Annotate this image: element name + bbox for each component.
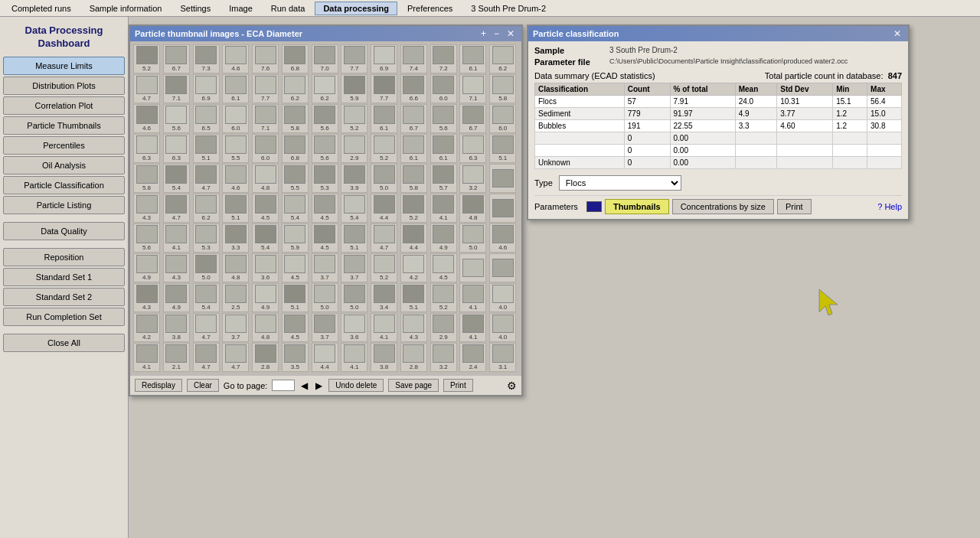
thumb-cell[interactable]: 4.8 (252, 313, 279, 342)
thumb-cell[interactable]: 2.4 (459, 343, 486, 372)
thumb-cell[interactable]: 5.1 (489, 134, 516, 163)
thumb-cell[interactable]: 4.7 (193, 164, 220, 193)
thumb-cell[interactable]: 4.1 (371, 313, 397, 342)
thumb-cell[interactable]: 6.0 (430, 74, 457, 103)
thumb-cell[interactable]: 3.5 (282, 343, 309, 372)
thumb-cell[interactable]: 5.2 (371, 134, 397, 163)
help-button[interactable]: ? Help (877, 202, 902, 211)
print-classification-button[interactable]: Print (777, 199, 812, 214)
sidebar-item-distribution-plots[interactable]: Distribution Plots (3, 77, 125, 95)
thumb-cell[interactable]: 5.4 (252, 223, 279, 253)
thumb-cell[interactable]: 4.4 (400, 223, 427, 253)
thumb-cell[interactable]: 6.1 (222, 74, 249, 103)
thumb-cell[interactable]: 5.7 (430, 164, 457, 193)
thumb-cell[interactable]: 6.9 (193, 74, 220, 103)
thumb-cell[interactable]: 3.4 (371, 283, 397, 312)
nav-preferences[interactable]: Preferences (399, 2, 461, 15)
nav-settings[interactable]: Settings (172, 2, 219, 15)
thumb-cell[interactable]: 5.4 (193, 283, 220, 312)
nav-image[interactable]: Image (220, 2, 261, 15)
thumb-cell[interactable]: 6.0 (222, 104, 249, 133)
thumb-cell[interactable]: 6.1 (459, 44, 486, 73)
thumb-cell[interactable]: 7.7 (252, 74, 279, 103)
thumb-cell[interactable]: 5.2 (400, 194, 427, 223)
concentrations-button[interactable]: Concentrations by size (672, 199, 774, 214)
thumbnails-button[interactable]: Thumbnails (605, 199, 669, 214)
thumb-cell[interactable]: 5.4 (163, 164, 190, 193)
thumb-cell[interactable]: 4.1 (341, 343, 368, 372)
thumb-cell[interactable]: 6.7 (163, 44, 190, 73)
thumb-cell[interactable]: 5.1 (222, 194, 249, 223)
thumb-cell[interactable]: 5.1 (193, 134, 220, 163)
thumb-cell[interactable]: 3.3 (222, 223, 249, 253)
thumb-cell[interactable]: 2.1 (163, 343, 190, 372)
settings-gear-icon[interactable]: ⚙ (507, 380, 517, 392)
thumb-cell[interactable]: 2.8 (400, 343, 427, 372)
thumb-cell[interactable]: 7.0 (312, 44, 338, 73)
thumb-cell[interactable]: 6.0 (252, 134, 279, 163)
sidebar-item-run-completion-set[interactable]: Run Completion Set (3, 308, 125, 326)
thumb-cell[interactable]: 6.0 (489, 104, 516, 133)
thumb-cell[interactable]: 7.3 (193, 44, 220, 73)
thumb-cell[interactable]: 5.4 (282, 194, 309, 223)
thumb-cell[interactable]: 5.1 (341, 223, 368, 253)
thumb-cell[interactable]: 5.8 (282, 104, 309, 133)
thumb-cell[interactable]: 4.8 (459, 194, 486, 223)
thumb-cell[interactable]: 4.9 (133, 253, 160, 282)
nav-completed-runs[interactable]: Completed runs (3, 2, 80, 15)
sidebar-item-close-all[interactable]: Close All (3, 334, 125, 352)
thumb-cell[interactable]: 4.6 (222, 164, 249, 193)
thumb-cell[interactable]: 4.3 (163, 253, 190, 282)
thumb-cell[interactable]: 4.7 (371, 223, 397, 253)
thumb-cell[interactable]: 5.2 (133, 44, 160, 73)
thumb-cell[interactable]: 6.3 (459, 134, 486, 163)
thumb-cell[interactable]: 5.9 (341, 74, 368, 103)
clear-button[interactable]: Clear (187, 379, 219, 392)
thumb-cell[interactable]: 3.6 (252, 253, 279, 282)
thumb-cell[interactable]: 4.2 (133, 313, 160, 342)
nav-sample-information[interactable]: Sample information (81, 2, 171, 15)
thumb-cell[interactable]: 4.1 (133, 343, 160, 372)
thumb-cell[interactable]: 7.1 (163, 74, 190, 103)
thumb-cell[interactable]: 4.0 (489, 283, 516, 312)
thumbnail-add-button[interactable]: + (479, 28, 488, 39)
thumb-cell[interactable]: 4.3 (133, 194, 160, 223)
thumb-cell[interactable]: 2.5 (222, 283, 249, 312)
thumb-cell[interactable]: 4.7 (133, 74, 160, 103)
undo-delete-button[interactable]: Undo delete (328, 379, 384, 392)
thumb-cell[interactable]: 4.6 (222, 44, 249, 73)
sidebar-item-measure-limits[interactable]: Measure Limits (3, 57, 125, 75)
thumb-cell[interactable]: 4.9 (163, 283, 190, 312)
thumb-cell[interactable]: 3.2 (459, 164, 486, 193)
thumb-cell[interactable]: 5.2 (341, 104, 368, 133)
thumb-cell[interactable]: 7.6 (252, 44, 279, 73)
thumb-cell[interactable]: 4.8 (252, 164, 279, 193)
thumb-cell[interactable]: 5.3 (193, 223, 220, 253)
thumb-cell[interactable]: 6.3 (163, 134, 190, 163)
thumb-cell[interactable]: 4.5 (282, 253, 309, 282)
thumb-cell[interactable]: 5.3 (312, 164, 338, 193)
thumb-cell[interactable] (489, 253, 516, 282)
save-page-button[interactable]: Save page (388, 379, 439, 392)
thumb-cell[interactable]: 4.9 (252, 283, 279, 312)
thumb-cell[interactable]: 6.2 (312, 74, 338, 103)
thumb-cell[interactable]: 2.9 (341, 134, 368, 163)
thumb-cell[interactable]: 4.4 (312, 343, 338, 372)
thumb-cell[interactable]: 5.8 (489, 74, 516, 103)
thumb-cell[interactable]: 5.0 (371, 164, 397, 193)
thumb-cell[interactable]: 4.6 (133, 104, 160, 133)
thumb-cell[interactable]: 4.5 (282, 313, 309, 342)
sidebar-item-data-quality[interactable]: Data Quality (3, 222, 125, 240)
thumb-cell[interactable]: 6.2 (282, 74, 309, 103)
nav-data-processing[interactable]: Data processing (315, 2, 397, 15)
thumb-cell[interactable]: 2.8 (252, 343, 279, 372)
next-page-arrow[interactable]: ▶ (314, 380, 324, 391)
thumb-cell[interactable]: 4.7 (193, 313, 220, 342)
thumbnail-close-button[interactable]: ✕ (505, 28, 517, 39)
thumb-cell[interactable]: 6.9 (371, 44, 397, 73)
thumb-cell[interactable]: 4.1 (459, 313, 486, 342)
thumb-cell[interactable]: 7.2 (430, 44, 457, 73)
thumb-cell[interactable]: 5.5 (282, 164, 309, 193)
thumb-cell[interactable]: 5.8 (133, 164, 160, 193)
thumb-cell[interactable]: 3.8 (163, 313, 190, 342)
